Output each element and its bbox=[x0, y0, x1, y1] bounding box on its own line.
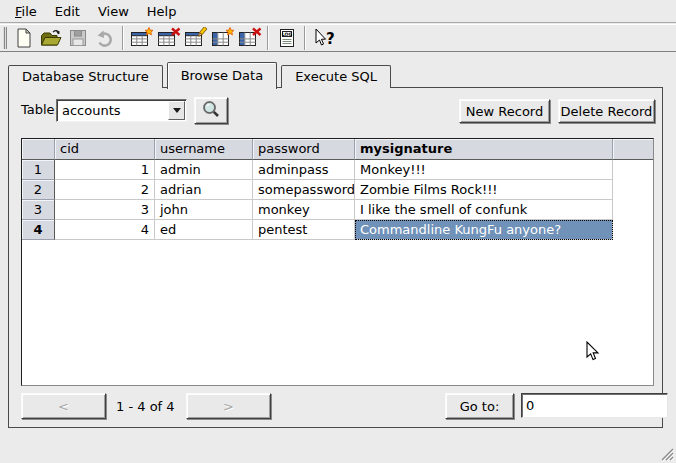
tab-bar: Database Structure Browse Data Execute S… bbox=[8, 61, 395, 88]
search-icon bbox=[201, 99, 221, 122]
row-header[interactable]: 1 bbox=[22, 160, 55, 180]
grid-header-row: cid username password mysignature bbox=[22, 139, 653, 160]
cell-username[interactable]: john bbox=[155, 200, 253, 220]
toolbar-drag-handle[interactable] bbox=[3, 27, 7, 49]
menu-file[interactable]: File bbox=[6, 2, 46, 21]
open-database-button[interactable] bbox=[37, 26, 64, 51]
delete-index-button[interactable] bbox=[236, 26, 263, 51]
row-header[interactable]: 3 bbox=[22, 200, 55, 220]
row-header[interactable]: 2 bbox=[22, 180, 55, 200]
tab-execute-sql[interactable]: Execute SQL bbox=[281, 65, 391, 88]
delete-index-icon bbox=[238, 27, 262, 49]
table-label: Table: bbox=[21, 102, 59, 117]
cell-username[interactable]: ed bbox=[155, 220, 253, 240]
cell-password[interactable]: monkey bbox=[253, 200, 355, 220]
cell-username[interactable]: adrian bbox=[155, 180, 253, 200]
create-index-icon bbox=[211, 27, 235, 49]
toolbar: LOG ? bbox=[0, 24, 676, 52]
save-database-button[interactable] bbox=[64, 26, 91, 51]
cell-mysignature[interactable]: I like the smell of confunk bbox=[355, 200, 613, 220]
tab-database-structure[interactable]: Database Structure bbox=[8, 65, 163, 88]
table-select-dropdown-button[interactable] bbox=[168, 101, 185, 120]
table-row: 2 2 adrian somepassword Zombie Films Roc… bbox=[22, 180, 653, 200]
chevron-down-icon bbox=[173, 108, 181, 113]
menu-help[interactable]: Help bbox=[138, 2, 186, 21]
new-database-icon bbox=[13, 27, 35, 49]
cell-password[interactable]: somepassword bbox=[253, 180, 355, 200]
tab-browse-data[interactable]: Browse Data bbox=[167, 62, 278, 89]
open-database-icon bbox=[39, 27, 63, 49]
column-header-filler bbox=[613, 139, 653, 160]
menu-view[interactable]: View bbox=[89, 2, 138, 21]
next-page-button[interactable]: > bbox=[186, 393, 271, 419]
cell-password[interactable]: pentest bbox=[253, 220, 355, 240]
cell-cid[interactable]: 2 bbox=[55, 180, 155, 200]
resize-grip[interactable] bbox=[659, 446, 674, 461]
previous-page-button[interactable]: < bbox=[21, 393, 106, 419]
table-row: 3 3 john monkey I like the smell of conf… bbox=[22, 200, 653, 220]
table-row: 1 1 admin adminpass Monkey!!! bbox=[22, 160, 653, 180]
cell-cid[interactable]: 1 bbox=[55, 160, 155, 180]
whats-this-button[interactable]: ? bbox=[310, 26, 337, 51]
toolbar-separator bbox=[304, 26, 306, 50]
delete-table-button[interactable] bbox=[155, 26, 182, 51]
toolbar-separator bbox=[267, 26, 269, 50]
goto-button[interactable]: Go to: bbox=[445, 393, 514, 419]
delete-table-icon bbox=[157, 27, 181, 49]
whats-this-icon: ? bbox=[312, 27, 336, 49]
grid-corner-header[interactable] bbox=[22, 139, 55, 160]
menu-edit[interactable]: Edit bbox=[46, 2, 89, 21]
log-button[interactable]: LOG bbox=[273, 26, 300, 51]
delete-record-button[interactable]: Delete Record bbox=[558, 99, 655, 123]
save-database-icon bbox=[67, 27, 89, 49]
create-index-button[interactable] bbox=[209, 26, 236, 51]
modify-table-button[interactable] bbox=[182, 26, 209, 51]
row-header[interactable]: 4 bbox=[22, 220, 55, 240]
column-header-cid[interactable]: cid bbox=[55, 139, 155, 160]
cell-mysignature-selected[interactable]: Commandline KungFu anyone? bbox=[355, 220, 613, 240]
column-header-password[interactable]: password bbox=[253, 139, 355, 160]
cell-mysignature[interactable]: Monkey!!! bbox=[355, 160, 613, 180]
log-icon: LOG bbox=[276, 27, 298, 49]
new-record-button[interactable]: New Record bbox=[459, 99, 550, 123]
table-select[interactable]: accounts bbox=[56, 99, 187, 122]
cell-cid[interactable]: 4 bbox=[55, 220, 155, 240]
toolbar-separator bbox=[122, 26, 124, 50]
svg-text:?: ? bbox=[326, 30, 335, 48]
modify-table-icon bbox=[184, 27, 208, 49]
record-range-label: 1 - 4 of 4 bbox=[116, 399, 186, 414]
browse-data-pane: Table: accounts New Record Delete Record… bbox=[8, 87, 663, 428]
revert-button[interactable] bbox=[91, 26, 118, 51]
goto-record-input[interactable] bbox=[521, 393, 668, 418]
column-header-mysignature[interactable]: mysignature bbox=[355, 139, 613, 160]
revert-icon bbox=[94, 27, 116, 49]
cell-username[interactable]: admin bbox=[155, 160, 253, 180]
cell-mysignature[interactable]: Zombie Films Rock!!! bbox=[355, 180, 613, 200]
create-table-button[interactable] bbox=[128, 26, 155, 51]
create-table-icon bbox=[130, 27, 154, 49]
app-window: { "menu": { "items": [ { "label": "File"… bbox=[0, 0, 676, 463]
column-header-username[interactable]: username bbox=[155, 139, 253, 160]
new-database-button[interactable] bbox=[10, 26, 37, 51]
table-row: 4 4 ed pentest Commandline KungFu anyone… bbox=[22, 220, 653, 240]
svg-text:LOG: LOG bbox=[281, 32, 292, 37]
menu-bar: File Edit View Help bbox=[0, 0, 676, 23]
table-select-value: accounts bbox=[57, 103, 168, 118]
cell-password[interactable]: adminpass bbox=[253, 160, 355, 180]
search-button[interactable] bbox=[194, 97, 228, 124]
data-grid: cid username password mysignature 1 1 ad… bbox=[21, 138, 654, 386]
cell-cid[interactable]: 3 bbox=[55, 200, 155, 220]
